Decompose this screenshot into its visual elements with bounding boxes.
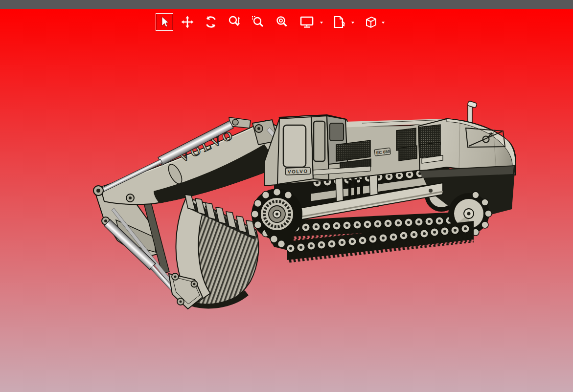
pan-icon: [181, 15, 194, 29]
select-button[interactable]: [156, 13, 173, 31]
cube-icon: [364, 15, 378, 29]
excavator-model[interactable]: VOLVO: [0, 9, 573, 392]
display-mode-button[interactable]: [362, 13, 380, 31]
zoom-to-area-icon: [251, 15, 265, 29]
pan-button[interactable]: [179, 13, 196, 31]
display-mode-dropdown[interactable]: [381, 21, 385, 24]
sheets-button[interactable]: [331, 13, 348, 31]
sheets-icon: [332, 15, 347, 29]
bucket: [169, 195, 258, 309]
dropdown-arrow-icon: [320, 21, 323, 24]
view-orientation-button[interactable]: [298, 13, 316, 31]
zoom-to-area-button[interactable]: [249, 13, 267, 31]
select-arrow-icon: [158, 15, 171, 29]
dropdown-arrow-icon: [381, 21, 385, 24]
cab-brand-text: VOLVO: [288, 169, 308, 174]
zoom-to-fit-icon: [275, 15, 289, 29]
zoom-in-out-button[interactable]: [226, 13, 243, 31]
antenna: [467, 101, 477, 123]
rotate-button[interactable]: [202, 13, 220, 31]
toolbar: [0, 0, 573, 34]
zoom-in-out-icon: [228, 15, 241, 29]
monitor-icon: [299, 15, 314, 29]
sheets-dropdown[interactable]: [351, 21, 355, 24]
view-orientation-dropdown[interactable]: [320, 21, 323, 24]
viewport-canvas[interactable]: VOLVO: [0, 9, 573, 392]
dropdown-arrow-icon: [351, 21, 355, 24]
zoom-to-fit-button[interactable]: [273, 13, 291, 31]
rotate-icon: [204, 15, 218, 29]
